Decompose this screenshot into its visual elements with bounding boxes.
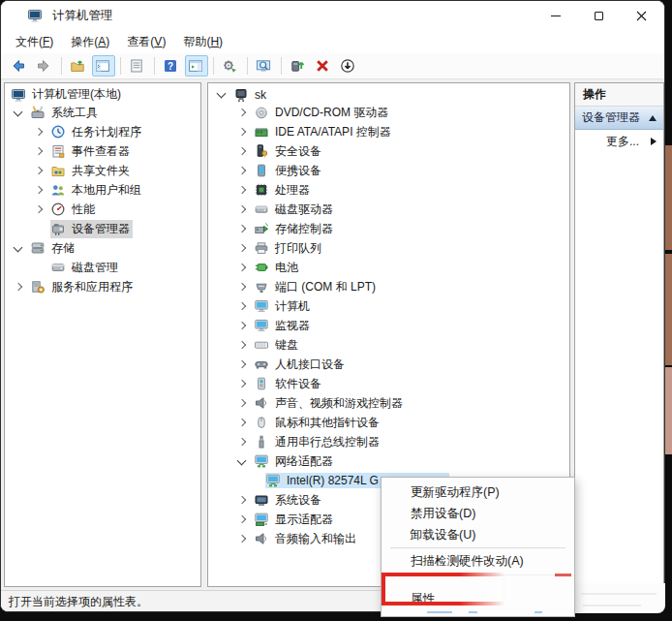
device-item-usb[interactable]: 通用串行总线控制器 — [208, 432, 569, 451]
device-item-disk-drive[interactable]: 磁盘驱动器 — [208, 200, 569, 219]
device-item-software[interactable]: 软件设备 — [208, 374, 569, 393]
chevron-collapsed-icon[interactable] — [234, 531, 250, 546]
device-item-battery[interactable]: 电池 — [208, 258, 569, 277]
device-item-computer[interactable]: 计算机 — [208, 296, 569, 316]
device-item-print-queue[interactable]: 打印队列 — [208, 238, 569, 258]
chevron-collapsed-icon[interactable] — [31, 163, 46, 178]
update-driver-button[interactable] — [287, 55, 310, 77]
chevron-collapsed-icon[interactable] — [234, 376, 250, 391]
device-item-label: 安全设备 — [272, 142, 324, 161]
chevron-collapsed-icon[interactable] — [234, 512, 250, 527]
chevron-collapsed-icon[interactable] — [31, 182, 46, 198]
tree-item-local-users[interactable]: 本地用户和组 — [5, 180, 200, 200]
chevron-expanded-icon[interactable] — [11, 240, 26, 256]
chevron-collapsed-icon[interactable] — [31, 143, 46, 159]
menu-help[interactable]: 帮助(H) — [174, 31, 231, 53]
app-icon — [27, 8, 43, 23]
close-icon — [636, 11, 647, 21]
chevron-collapsed-icon[interactable] — [11, 279, 26, 295]
device-item-network-adapters[interactable]: 网络适配器 — [208, 451, 569, 471]
tree-item-event-viewer[interactable]: 事件查看器 — [5, 141, 200, 161]
configure-button[interactable] — [219, 55, 242, 77]
show-action-pane-button[interactable] — [185, 55, 208, 77]
maximize-button[interactable] — [577, 1, 620, 30]
chevron-collapsed-icon[interactable] — [234, 105, 250, 120]
chevron-collapsed-icon[interactable] — [234, 182, 250, 198]
device-item-ide[interactable]: IDE ATA/ATAPI 控制器 — [208, 122, 569, 141]
export-list-button[interactable] — [67, 55, 90, 77]
chevron-collapsed-icon[interactable] — [234, 143, 250, 159]
chevron-expanded-icon[interactable] — [234, 453, 250, 469]
device-item-portable[interactable]: 便携设备 — [208, 161, 569, 180]
device-item-root[interactable]: sk — [208, 83, 569, 103]
scan-hardware-button[interactable] — [253, 55, 276, 77]
menu-item-scan-hardware[interactable]: 扫描检测硬件改动(A) — [382, 550, 574, 572]
device-item-monitor[interactable]: 监视器 — [208, 316, 569, 335]
tree-item-storage[interactable]: 存储 — [5, 238, 200, 258]
chevron-collapsed-icon[interactable] — [234, 415, 250, 430]
menu-view[interactable]: 查看(V) — [118, 31, 174, 53]
chevron-collapsed-icon[interactable] — [234, 337, 250, 353]
chevron-collapsed-icon[interactable] — [31, 124, 46, 140]
device-item-ports[interactable]: 端口 (COM 和 LPT) — [208, 277, 569, 296]
chevron-collapsed-icon[interactable] — [234, 202, 250, 217]
chevron-collapsed-icon[interactable] — [234, 240, 250, 256]
actions-group-device-manager[interactable]: 设备管理器 — [575, 107, 663, 130]
tree-item-computer-management[interactable]: 计算机管理(本地) — [5, 83, 200, 103]
device-item-storage-controller[interactable]: 存储控制器 — [208, 219, 569, 238]
menu-item-update-driver[interactable]: 更新驱动程序(P) — [382, 481, 574, 503]
chevron-expanded-icon[interactable] — [214, 87, 229, 103]
chevron-collapsed-icon[interactable] — [234, 298, 250, 314]
tree-item-performance[interactable]: 性能 — [5, 200, 200, 219]
show-console-tree-button[interactable] — [92, 55, 115, 77]
annotation-artifact — [469, 611, 477, 613]
chevron-collapsed-icon[interactable] — [234, 221, 250, 236]
menu-action[interactable]: 操作(A) — [62, 31, 118, 53]
tree-item-device-manager[interactable]: 设备管理器 — [5, 219, 200, 238]
menu-file[interactable]: 文件(F) — [7, 31, 62, 53]
tree-item-label: 存储 — [48, 239, 77, 258]
device-item-sound[interactable]: 声音、视频和游戏控制器 — [208, 393, 569, 413]
uninstall-device-button[interactable] — [312, 55, 335, 77]
menu-item-uninstall-device[interactable]: 卸载设备(U) — [382, 524, 574, 545]
chevron-expanded-icon[interactable] — [11, 105, 26, 120]
device-item-label: 存储控制器 — [272, 220, 336, 238]
chevron-collapsed-icon[interactable] — [234, 357, 250, 372]
device-item-hid[interactable]: 人机接口设备 — [208, 355, 569, 374]
tree-item-disk-management[interactable]: 磁盘管理 — [5, 258, 200, 277]
device-item-processor[interactable]: 处理器 — [208, 180, 569, 200]
tree-item-services[interactable]: 服务和应用程序 — [5, 277, 200, 296]
chevron-collapsed-icon[interactable] — [234, 395, 250, 411]
menu-item-disable-device[interactable]: 禁用设备(D) — [382, 503, 574, 524]
chevron-collapsed-icon[interactable] — [234, 279, 250, 295]
back-button[interactable] — [8, 55, 31, 77]
chevron-collapsed-icon[interactable] — [234, 163, 250, 178]
tree-item-system-tools[interactable]: 系统工具 — [5, 103, 200, 122]
menu-bar: 文件(F) 操作(A) 查看(V) 帮助(H) — [1, 30, 664, 53]
device-item-mouse[interactable]: 鼠标和其他指针设备 — [208, 413, 569, 432]
close-button[interactable] — [620, 1, 662, 30]
chevron-collapsed-icon[interactable] — [31, 202, 46, 217]
tree-item-task-scheduler[interactable]: 任务计划程序 — [5, 122, 200, 141]
chevron-collapsed-icon[interactable] — [234, 260, 250, 275]
tree-item-shared-folders[interactable]: 共享文件夹 — [5, 161, 200, 180]
minimize-button[interactable] — [535, 1, 577, 30]
disable-device-button[interactable] — [337, 55, 360, 77]
device-item-keyboard[interactable]: 键盘 — [208, 335, 569, 355]
svg-text:?: ? — [167, 61, 172, 72]
chevron-collapsed-icon[interactable] — [234, 434, 250, 450]
shared-folders-icon — [50, 163, 66, 178]
chevron-collapsed-icon[interactable] — [234, 124, 250, 140]
collapse-icon[interactable] — [649, 115, 657, 121]
local-users-icon — [50, 182, 66, 198]
actions-more[interactable]: 更多... — [575, 130, 663, 153]
chevron-collapsed-icon[interactable] — [234, 492, 250, 508]
forward-button[interactable] — [33, 55, 56, 77]
chevron-collapsed-icon[interactable] — [234, 318, 250, 333]
annotation-artifact — [427, 611, 452, 613]
device-item-label: sk — [252, 87, 269, 103]
device-item-dvd[interactable]: DVD/CD-ROM 驱动器 — [208, 103, 569, 122]
properties-button[interactable] — [126, 55, 149, 77]
device-item-security[interactable]: 安全设备 — [208, 141, 569, 161]
help-button[interactable]: ? — [160, 55, 183, 77]
